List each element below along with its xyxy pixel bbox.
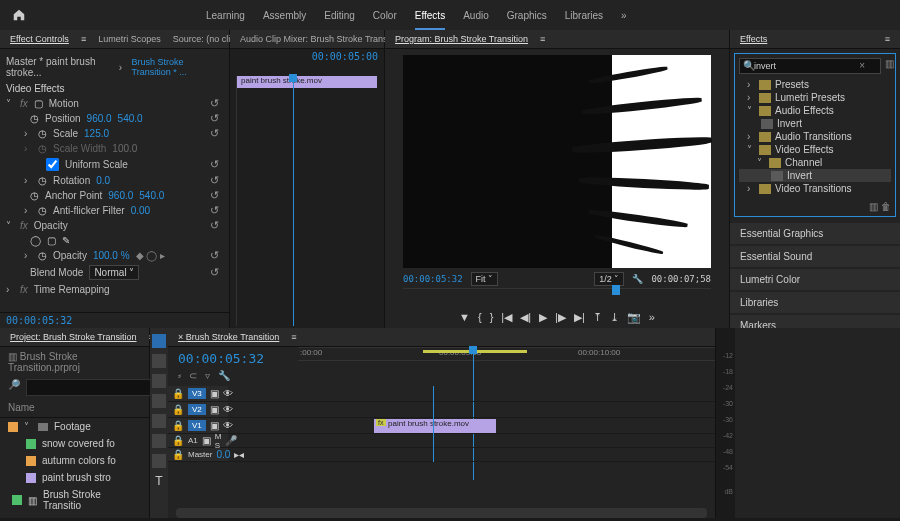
tl-settings-icon[interactable]: 🔧 [218, 370, 230, 382]
proj-item-sequence[interactable]: ▥ Brush Stroke Transitio [0, 486, 149, 514]
ws-tab-graphics[interactable]: Graphics [507, 2, 547, 29]
blend-mode-dropdown[interactable]: Normal ˅ [89, 265, 139, 280]
track-v3[interactable]: V3 [188, 388, 206, 399]
tab-audio-clip-mixer[interactable]: Audio Clip Mixer: Brush Stroke Trans [240, 34, 388, 44]
audio-invert-effect[interactable]: Invert [739, 117, 891, 130]
selection-tool[interactable] [152, 334, 166, 348]
track-v2[interactable]: V2 [188, 404, 206, 415]
tab-effect-controls[interactable]: Effect Controls [10, 34, 69, 44]
col-name[interactable]: Name [0, 398, 149, 418]
settings-icon[interactable]: 🔧 [632, 274, 643, 284]
lift-icon[interactable]: ⤒ [593, 311, 602, 324]
ripple-tool[interactable] [152, 374, 166, 388]
bypass-icon[interactable]: ▢ [34, 98, 43, 109]
tab-project[interactable]: Project: Brush Stroke Transition [10, 332, 137, 342]
home-icon[interactable] [12, 8, 26, 22]
track-select-tool[interactable] [152, 354, 166, 368]
opacity-section[interactable]: Opacity [34, 220, 68, 231]
tab-lumetri-scopes[interactable]: Lumetri Scopes [98, 34, 161, 44]
track-master[interactable]: Master [188, 450, 212, 459]
panel-essential-sound[interactable]: Essential Sound [730, 246, 900, 267]
ws-overflow-icon[interactable]: » [621, 2, 627, 29]
tab-program[interactable]: Program: Brush Stroke Transition [395, 34, 528, 44]
mask-pen-icon[interactable]: ✎ [62, 235, 70, 246]
presets-folder[interactable]: ›Presets [739, 78, 891, 91]
panel-lumetri-color[interactable]: Lumetri Color [730, 269, 900, 290]
program-zoom-dropdown[interactable]: Fit ˅ [471, 272, 499, 286]
audio-transitions-folder[interactable]: ›Audio Transitions [739, 130, 891, 143]
timeline-track-area[interactable]: paint brush stroke.mov [228, 386, 715, 462]
channel-folder[interactable]: ˅Channel [739, 156, 891, 169]
ec-sequence-link[interactable]: Brush Stroke Transition * ... [131, 55, 223, 79]
go-out-icon[interactable]: ▶| [574, 311, 585, 324]
type-tool[interactable]: T [155, 474, 162, 488]
slip-tool[interactable] [152, 414, 166, 428]
audio-effects-folder[interactable]: ˅Audio Effects [739, 104, 891, 117]
hand-tool[interactable] [152, 454, 166, 468]
flicker-value[interactable]: 0.00 [131, 205, 150, 216]
position-x[interactable]: 960.0 [87, 113, 112, 124]
proj-item-2[interactable]: autumn colors fo [0, 452, 149, 469]
motion-section[interactable]: Motion [49, 98, 79, 109]
ws-tab-editing[interactable]: Editing [324, 2, 355, 29]
track-lock-icon[interactable]: 🔒 [172, 388, 184, 399]
marker-icon[interactable]: ▿ [205, 370, 210, 382]
mask-ellipse-icon[interactable]: ◯ [30, 235, 41, 246]
uniform-scale-checkbox[interactable] [46, 158, 59, 171]
timeline-zoom-scrollbar[interactable] [176, 508, 707, 518]
delete-icon[interactable]: 🗑 [881, 201, 891, 212]
track-a1[interactable]: A1 [188, 436, 198, 445]
video-invert-effect[interactable]: Invert [739, 169, 891, 182]
program-resolution-dropdown[interactable]: 1/2 ˅ [594, 272, 624, 286]
snap-icon[interactable]: ⸗ [178, 370, 181, 382]
ec-footer-timecode[interactable]: 00:00:05:32 [0, 312, 229, 328]
proj-item-3[interactable]: paint brush stro [0, 469, 149, 486]
video-effects-folder[interactable]: ˅Video Effects [739, 143, 891, 156]
go-in-icon[interactable]: |◀ [501, 311, 512, 324]
video-transitions-folder[interactable]: ›Video Transitions [739, 182, 891, 195]
tab-sequence[interactable]: × Brush Stroke Transition [178, 332, 279, 342]
play-icon[interactable]: ▶ [539, 311, 547, 324]
ws-tab-assembly[interactable]: Assembly [263, 2, 306, 29]
panel-libraries[interactable]: Libraries [730, 292, 900, 313]
new-bin-icon[interactable]: ▥ [885, 58, 894, 74]
tab-effects-panel[interactable]: Effects [740, 34, 767, 44]
track-v1[interactable]: V1 [188, 420, 206, 431]
scale-value[interactable]: 125.0 [84, 128, 109, 139]
lumetri-presets-folder[interactable]: ›Lumetri Presets [739, 91, 891, 104]
extract-icon[interactable]: ⤓ [610, 311, 619, 324]
program-tc-in[interactable]: 00:00:05:32 [403, 274, 463, 284]
ws-tab-learning[interactable]: Learning [206, 2, 245, 29]
clear-search-icon[interactable]: × [859, 60, 865, 71]
anchor-y[interactable]: 540.0 [139, 190, 164, 201]
pen-tool[interactable] [152, 434, 166, 448]
step-back-icon[interactable]: ◀| [520, 311, 531, 324]
rotation-value[interactable]: 0.0 [96, 175, 110, 186]
razor-tool[interactable] [152, 394, 166, 408]
mark-in-icon[interactable]: { [478, 311, 482, 323]
new-folder-icon[interactable]: ▥ [869, 201, 878, 212]
mask-rect-icon[interactable]: ▢ [47, 235, 56, 246]
mark-out-icon[interactable]: } [490, 311, 494, 323]
ws-tab-color[interactable]: Color [373, 2, 397, 29]
timeremap-section[interactable]: Time Remapping [34, 284, 110, 295]
timeline-clip[interactable]: paint brush stroke.mov [374, 419, 496, 433]
proj-search-icon[interactable]: 🔎 [8, 379, 20, 396]
step-fwd-icon[interactable]: |▶ [555, 311, 566, 324]
ws-tab-libraries[interactable]: Libraries [565, 2, 603, 29]
anchor-x[interactable]: 960.0 [108, 190, 133, 201]
reset-icon[interactable]: ↺ [210, 97, 219, 110]
export-frame-icon[interactable]: 📷 [627, 311, 641, 324]
folder-footage[interactable]: ˅Footage [0, 418, 149, 435]
timeline-ruler[interactable]: :00:0000:00:05:0000:00:10:00 [298, 347, 715, 361]
proj-item-1[interactable]: snow covered fo [0, 435, 149, 452]
position-y[interactable]: 540.0 [118, 113, 143, 124]
program-monitor[interactable] [403, 55, 711, 268]
panel-essential-graphics[interactable]: Essential Graphics [730, 223, 900, 244]
ws-tab-audio[interactable]: Audio [463, 2, 489, 29]
opacity-value[interactable]: 100.0 % [93, 250, 130, 261]
add-marker-icon[interactable]: ▼ [459, 311, 470, 323]
transport-overflow-icon[interactable]: » [649, 311, 655, 323]
linked-sel-icon[interactable]: ⊂ [189, 370, 197, 382]
mini-clip[interactable]: paint brush stroke.mov [237, 76, 377, 88]
